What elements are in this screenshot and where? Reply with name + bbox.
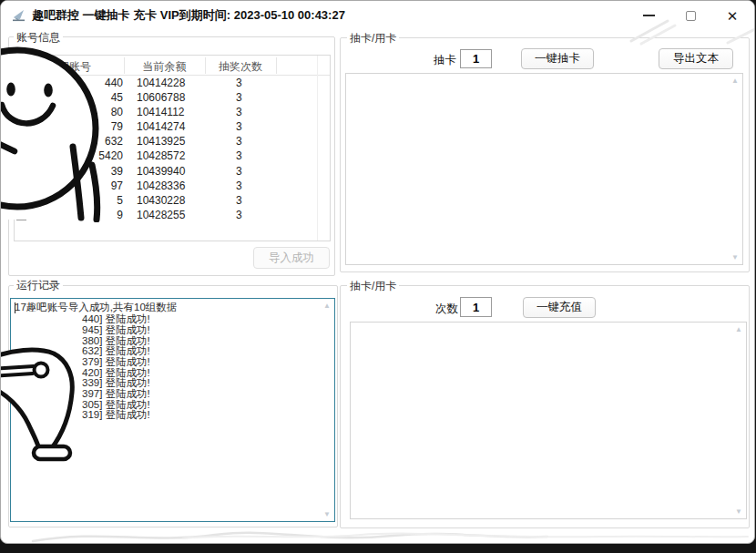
one-key-draw-button[interactable]: 一键抽卡: [521, 48, 594, 69]
cell-balance: 10439940: [137, 165, 185, 178]
maximize-button[interactable]: [675, 4, 706, 27]
cell-account: 39: [15, 165, 123, 178]
draw-count-input[interactable]: [460, 49, 492, 68]
log-line: 339] 登陆成功!: [82, 377, 150, 388]
cell-balance: 10606788: [137, 91, 185, 104]
cell-balance: 10413925: [137, 135, 185, 148]
one-key-recharge-button[interactable]: 一键充值: [523, 297, 596, 318]
account-table-header: 趣吧账号 当前余额 抽奖次数: [15, 56, 330, 76]
draw-result-textarea[interactable]: ▲ ▼: [345, 73, 743, 265]
cell-draws: 3: [236, 165, 242, 178]
log-line: 397] 登陆成功!: [82, 388, 150, 399]
cell-draws: 3: [236, 120, 242, 133]
header-divider: [124, 57, 125, 74]
table-row[interactable]: 39104399403: [15, 165, 330, 179]
close-button[interactable]: ✕: [717, 4, 748, 27]
cell-draws: 3: [236, 149, 242, 162]
window-title: 趣吧群控 一键抽卡 充卡 VIP到期时间: 2023-05-10 00:43:2…: [32, 7, 345, 24]
log-panel-label: 运行记录: [14, 278, 63, 293]
recharge-panel-label: 抽卡/用卡: [347, 279, 399, 294]
cell-draws: 3: [236, 209, 242, 221]
log-line: 945] 登陆成功!: [82, 324, 150, 335]
table-row[interactable]: 79104142743: [15, 120, 330, 134]
cell-account: 9: [15, 209, 123, 221]
cell-balance: 10414228: [137, 77, 185, 89]
cell-account: 45: [15, 91, 123, 104]
cell-account: 97: [15, 179, 123, 192]
scroll-up-icon[interactable]: ▲: [731, 77, 739, 85]
export-text-button[interactable]: 导出文本: [659, 48, 733, 69]
cell-draws: 3: [236, 106, 242, 118]
cell-balance: 10428572: [137, 149, 185, 162]
cell-balance: 10414112: [137, 106, 185, 118]
maximize-icon: [686, 11, 696, 21]
table-row[interactable]: 80104141123: [15, 106, 330, 119]
table-row[interactable]: 632104139253: [15, 135, 330, 148]
minimize-icon: [643, 15, 655, 16]
column-header-account[interactable]: 趣吧账号: [15, 59, 124, 75]
log-line: 440] 登陆成功!: [82, 313, 150, 324]
scroll-down-icon[interactable]: ▼: [735, 507, 742, 516]
cell-balance: 10414274: [137, 120, 185, 133]
log-line: 17趣吧账号导入成功,共有10组数据: [15, 302, 177, 312]
cell-balance: 10430228: [137, 194, 185, 207]
app-window: 趣吧群控 一键抽卡 充卡 VIP到期时间: 2023-05-10 00:43:2…: [0, 0, 755, 544]
account-table[interactable]: 趣吧账号 当前余额 抽奖次数 440104142283 45106067883 …: [14, 55, 331, 241]
scroll-down-icon[interactable]: ▼: [323, 510, 331, 518]
title-bar: 趣吧群控 一键抽卡 充卡 VIP到期时间: 2023-05-10 00:43:2…: [1, 1, 754, 28]
log-line: 632] 登陆成功!: [82, 345, 150, 356]
log-line: 379] 登陆成功!: [82, 356, 150, 367]
cell-account: 80: [15, 106, 123, 118]
cell-draws: 3: [236, 77, 242, 89]
recharge-result-textarea[interactable]: ▲ ▼: [350, 322, 747, 519]
column-header-draws[interactable]: 抽奖次数: [205, 59, 276, 75]
scroll-down-icon[interactable]: ▼: [731, 253, 739, 261]
log-line: 319] 登陆成功!: [82, 409, 150, 420]
cell-draws: 3: [236, 179, 242, 192]
account-panel-label: 账号信息: [14, 30, 63, 46]
cell-balance: 10428255: [137, 209, 185, 221]
scroll-up-icon[interactable]: ▲: [323, 302, 331, 310]
draw-count-label: 抽卡: [434, 53, 456, 68]
table-row[interactable]: 9104282553: [15, 209, 330, 222]
cell-draws: 3: [236, 135, 242, 148]
cell-account: 5420: [15, 149, 123, 162]
recharge-count-input[interactable]: [460, 297, 492, 317]
table-row[interactable]: 45106067883: [15, 91, 330, 105]
cell-draws: 3: [236, 194, 242, 207]
table-row[interactable]: 5420104285723: [15, 149, 330, 163]
cell-account: 5: [15, 194, 123, 207]
row-checkbox[interactable]: [16, 210, 26, 220]
import-status-button[interactable]: 导入成功: [253, 247, 330, 269]
cell-account: 79: [15, 120, 123, 133]
header-divider: [276, 57, 277, 74]
table-row[interactable]: 5104302283: [15, 194, 330, 208]
table-row[interactable]: 97104283363: [15, 179, 330, 193]
column-header-balance[interactable]: 当前余额: [124, 59, 205, 75]
scroll-up-icon[interactable]: ▲: [735, 325, 742, 333]
minimize-button[interactable]: [633, 4, 664, 27]
table-row[interactable]: 440104142283: [15, 77, 330, 90]
recharge-count-label: 次数: [435, 302, 458, 317]
cell-balance: 10428336: [137, 179, 185, 192]
cell-draws: 3: [236, 91, 242, 104]
cell-account: 440: [15, 77, 123, 89]
draw-panel-label: 抽卡/用卡: [347, 31, 399, 46]
cell-account: 632: [15, 135, 123, 148]
log-textarea[interactable]: 17趣吧账号导入成功,共有10组数据 440] 登陆成功! 945] 登陆成功!…: [10, 298, 335, 522]
app-icon: [13, 8, 26, 22]
header-divider: [205, 57, 206, 74]
close-icon: ✕: [727, 9, 739, 23]
